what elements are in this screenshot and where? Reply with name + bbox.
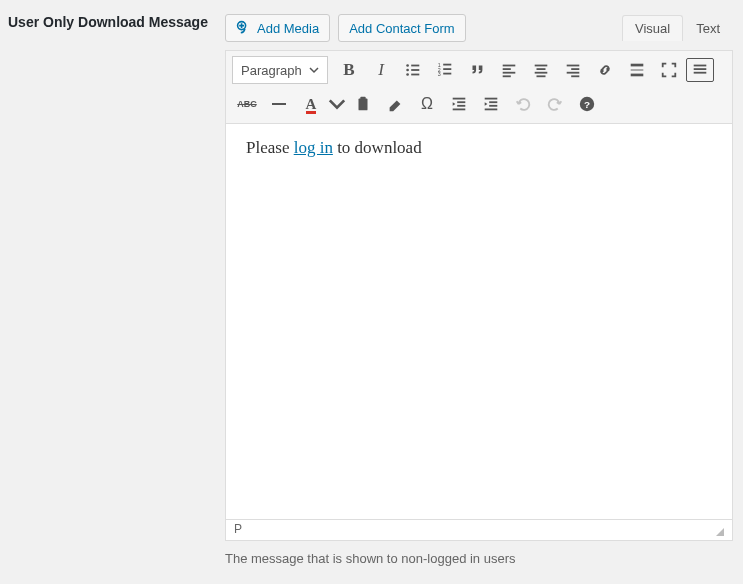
undo-icon — [514, 95, 532, 113]
help-button[interactable]: ? — [572, 89, 602, 119]
svg-rect-19 — [535, 72, 548, 74]
chevron-down-icon — [328, 95, 346, 113]
align-left-button[interactable] — [494, 55, 524, 85]
indent-icon — [482, 95, 500, 113]
svg-rect-2 — [411, 65, 419, 67]
svg-rect-40 — [485, 109, 498, 111]
strikethrough-button[interactable]: ABC — [232, 89, 262, 119]
link-icon — [596, 61, 614, 79]
add-media-button[interactable]: Add Media — [225, 14, 330, 42]
field-help-text: The message that is shown to non-logged … — [225, 541, 733, 580]
add-media-label: Add Media — [257, 21, 319, 36]
read-more-icon — [628, 61, 646, 79]
bold-button[interactable]: B — [334, 55, 364, 85]
clear-format-button[interactable] — [380, 89, 410, 119]
svg-point-5 — [406, 73, 409, 76]
svg-rect-32 — [360, 97, 365, 100]
svg-point-1 — [406, 64, 409, 67]
svg-rect-31 — [359, 99, 368, 111]
status-bar: P — [225, 520, 733, 541]
hr-button[interactable] — [264, 89, 294, 119]
media-icon — [236, 20, 252, 36]
hr-icon — [272, 103, 286, 105]
svg-rect-34 — [457, 101, 465, 103]
indent-button[interactable] — [476, 89, 506, 119]
svg-text:?: ? — [584, 99, 590, 110]
italic-icon: I — [378, 60, 384, 80]
align-right-button[interactable] — [558, 55, 588, 85]
undo-button[interactable] — [508, 89, 538, 119]
svg-text:3: 3 — [438, 71, 441, 77]
toolbar-toggle-button[interactable] — [686, 58, 714, 82]
format-select-label: Paragraph — [241, 63, 302, 78]
svg-rect-26 — [631, 69, 644, 71]
tab-visual[interactable]: Visual — [622, 15, 683, 41]
svg-rect-18 — [537, 68, 546, 70]
toolbar-toggle-icon — [691, 61, 709, 79]
help-icon: ? — [578, 95, 596, 113]
svg-rect-38 — [489, 101, 497, 103]
strikethrough-icon: ABC — [237, 99, 257, 109]
outdent-icon — [450, 95, 468, 113]
svg-rect-33 — [453, 98, 466, 100]
svg-rect-23 — [567, 72, 580, 74]
svg-rect-37 — [485, 98, 498, 100]
tab-text[interactable]: Text — [683, 15, 733, 41]
add-contact-form-button[interactable]: Add Contact Form — [338, 14, 466, 42]
svg-rect-8 — [443, 64, 451, 66]
fullscreen-icon — [660, 61, 678, 79]
quote-icon — [468, 61, 486, 79]
svg-rect-30 — [694, 72, 707, 74]
svg-rect-35 — [457, 105, 465, 107]
element-path[interactable]: P — [234, 522, 242, 536]
add-contact-label: Add Contact Form — [349, 21, 455, 36]
outdent-button[interactable] — [444, 89, 474, 119]
editor-toolbar: Paragraph B I 123 — [226, 51, 732, 124]
text-color-button[interactable]: A — [296, 89, 326, 119]
svg-rect-24 — [571, 75, 579, 77]
svg-rect-13 — [503, 65, 516, 67]
svg-rect-12 — [443, 73, 451, 75]
wysiwyg-editor: Paragraph B I 123 — [225, 50, 733, 520]
svg-rect-10 — [443, 68, 451, 70]
svg-rect-39 — [489, 105, 497, 107]
svg-rect-6 — [411, 74, 419, 76]
paste-text-button[interactable] — [348, 89, 378, 119]
blockquote-button[interactable] — [462, 55, 492, 85]
bullet-list-button[interactable] — [398, 55, 428, 85]
align-left-icon — [500, 61, 518, 79]
svg-rect-21 — [567, 65, 580, 67]
field-label: User Only Download Message — [0, 14, 225, 580]
align-center-button[interactable] — [526, 55, 556, 85]
content-text-before: Please — [246, 138, 294, 157]
svg-rect-25 — [631, 64, 644, 67]
eraser-icon — [386, 95, 404, 113]
editor-content[interactable]: Please log in to download — [226, 124, 732, 519]
read-more-button[interactable] — [622, 55, 652, 85]
svg-rect-17 — [535, 65, 548, 67]
svg-rect-22 — [571, 68, 579, 70]
chevron-down-icon — [309, 65, 319, 75]
svg-rect-14 — [503, 68, 511, 70]
number-list-button[interactable]: 123 — [430, 55, 460, 85]
svg-point-3 — [406, 69, 409, 72]
bullet-list-icon — [404, 61, 422, 79]
content-text-after: to download — [333, 138, 422, 157]
text-color-dropdown-button[interactable] — [328, 89, 346, 119]
special-char-button[interactable]: Ω — [412, 89, 442, 119]
fullscreen-button[interactable] — [654, 55, 684, 85]
link-button[interactable] — [590, 55, 620, 85]
svg-rect-15 — [503, 72, 516, 74]
redo-button[interactable] — [540, 89, 570, 119]
omega-icon: Ω — [421, 95, 433, 113]
italic-button[interactable]: I — [366, 55, 396, 85]
content-link[interactable]: log in — [294, 138, 333, 157]
clipboard-icon — [354, 95, 372, 113]
svg-rect-4 — [411, 69, 419, 71]
redo-icon — [546, 95, 564, 113]
text-color-icon: A — [306, 96, 317, 113]
resize-handle[interactable] — [712, 524, 724, 536]
align-right-icon — [564, 61, 582, 79]
align-center-icon — [532, 61, 550, 79]
format-select[interactable]: Paragraph — [232, 56, 328, 84]
